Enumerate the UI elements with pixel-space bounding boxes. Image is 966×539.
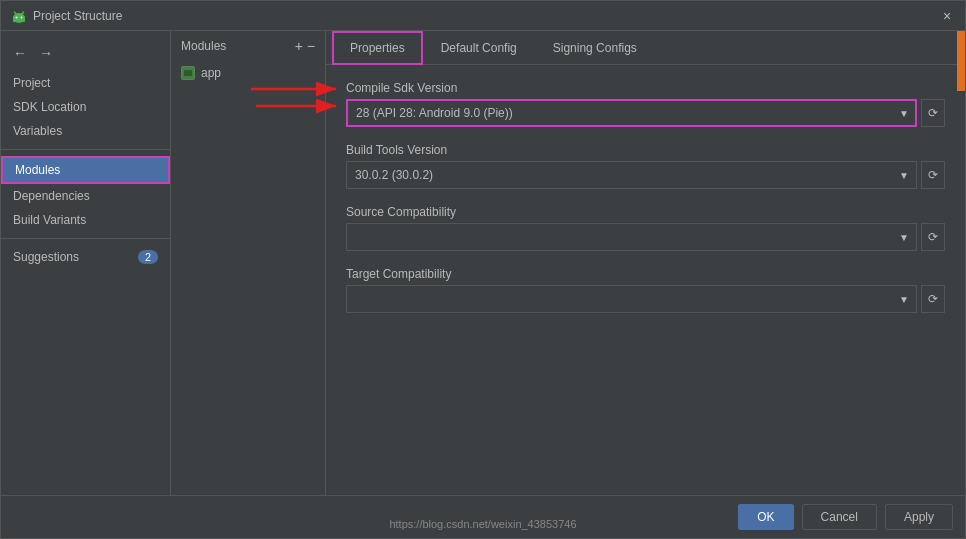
- sidebar-divider-2: [1, 238, 170, 239]
- sidebar-item-build-variants[interactable]: Build Variants: [1, 208, 170, 232]
- project-structure-dialog: Project Structure × ← → Project SDK Loca…: [0, 0, 966, 539]
- build-tools-row: 30.0.2 (30.0.2) ▼ ⟳: [346, 161, 945, 189]
- source-compat-select[interactable]: [346, 223, 917, 251]
- right-stripe: [957, 31, 965, 91]
- sidebar-item-suggestions[interactable]: Suggestions 2: [1, 245, 170, 269]
- tab-signing-configs[interactable]: Signing Configs: [535, 31, 655, 65]
- source-compat-select-wrapper: ▼: [346, 223, 917, 251]
- target-compat-reset-btn[interactable]: ⟳: [921, 285, 945, 313]
- tab-properties[interactable]: Properties: [332, 31, 423, 65]
- svg-point-2: [16, 16, 18, 18]
- bottom-bar: OK Cancel Apply https://blog.csdn.net/we…: [1, 495, 965, 538]
- source-compat-reset-btn[interactable]: ⟳: [921, 223, 945, 251]
- target-compat-row: ▼ ⟳: [346, 285, 945, 313]
- compile-sdk-select[interactable]: 28 (API 28: Android 9.0 (Pie)): [346, 99, 917, 127]
- target-compat-label: Target Compatibility: [346, 267, 945, 281]
- sidebar-item-variables[interactable]: Variables: [1, 119, 170, 143]
- svg-line-5: [22, 12, 24, 14]
- android-icon: [11, 8, 27, 24]
- remove-module-button[interactable]: −: [307, 39, 315, 53]
- close-button[interactable]: ×: [939, 8, 955, 24]
- compile-sdk-row: 28 (API 28: Android 9.0 (Pie)) ▼ ⟳: [346, 99, 945, 127]
- add-module-button[interactable]: +: [295, 39, 303, 53]
- build-tools-select-wrapper: 30.0.2 (30.0.2) ▼: [346, 161, 917, 189]
- sidebar-item-sdk-location[interactable]: SDK Location: [1, 95, 170, 119]
- properties-content: Compile Sdk Version 28 (API 28: Android …: [326, 65, 965, 495]
- svg-rect-7: [184, 70, 192, 76]
- modules-actions: + −: [295, 39, 315, 53]
- svg-point-3: [21, 16, 23, 18]
- suggestions-badge: 2: [138, 250, 158, 264]
- nav-forward-button[interactable]: →: [35, 43, 57, 63]
- module-list: app: [171, 57, 325, 89]
- content-area: ← → Project SDK Location Variables Modul…: [1, 31, 965, 495]
- compile-sdk-select-wrapper: 28 (API 28: Android 9.0 (Pie)) ▼: [346, 99, 917, 127]
- sidebar: ← → Project SDK Location Variables Modul…: [1, 31, 171, 495]
- compile-sdk-group: Compile Sdk Version 28 (API 28: Android …: [346, 81, 945, 127]
- compile-sdk-reset-btn[interactable]: ⟳: [921, 99, 945, 127]
- svg-line-4: [15, 12, 17, 14]
- module-label: app: [201, 66, 221, 80]
- sidebar-item-project[interactable]: Project: [1, 71, 170, 95]
- title-text: Project Structure: [33, 9, 122, 23]
- tab-default-config[interactable]: Default Config: [423, 31, 535, 65]
- svg-rect-1: [13, 16, 25, 22]
- sidebar-item-modules[interactable]: Modules: [1, 156, 170, 184]
- build-tools-group: Build Tools Version 30.0.2 (30.0.2) ▼ ⟳: [346, 143, 945, 189]
- compile-sdk-label: Compile Sdk Version: [346, 81, 945, 95]
- title-bar: Project Structure ×: [1, 1, 965, 31]
- tabs-bar: Properties Default Config Signing Config…: [326, 31, 965, 65]
- module-item-app[interactable]: app: [171, 61, 325, 85]
- properties-panel: Properties Default Config Signing Config…: [326, 31, 965, 495]
- target-compat-group: Target Compatibility ▼ ⟳: [346, 267, 945, 313]
- target-compat-select[interactable]: [346, 285, 917, 313]
- footer-url: https://blog.csdn.net/weixin_43853746: [1, 518, 965, 530]
- modules-header: Modules + −: [171, 31, 325, 57]
- source-compat-label: Source Compatibility: [346, 205, 945, 219]
- build-tools-select[interactable]: 30.0.2 (30.0.2): [346, 161, 917, 189]
- module-icon: [181, 66, 195, 80]
- nav-back-button[interactable]: ←: [9, 43, 31, 63]
- sidebar-divider: [1, 149, 170, 150]
- sidebar-item-dependencies[interactable]: Dependencies: [1, 184, 170, 208]
- source-compat-group: Source Compatibility ▼ ⟳: [346, 205, 945, 251]
- nav-buttons: ← →: [1, 39, 170, 71]
- modules-panel: Modules + − app: [171, 31, 326, 495]
- modules-header-label: Modules: [181, 39, 226, 53]
- build-tools-label: Build Tools Version: [346, 143, 945, 157]
- source-compat-row: ▼ ⟳: [346, 223, 945, 251]
- title-bar-left: Project Structure: [11, 8, 122, 24]
- build-tools-reset-btn[interactable]: ⟳: [921, 161, 945, 189]
- target-compat-select-wrapper: ▼: [346, 285, 917, 313]
